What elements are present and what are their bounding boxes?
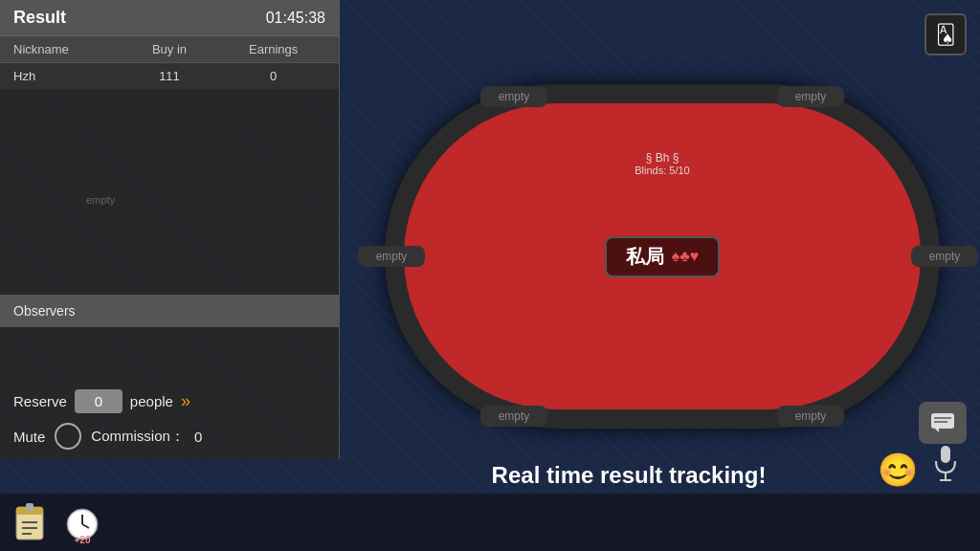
col-earnings: Earnings [221, 42, 325, 56]
reserve-input[interactable] [75, 389, 122, 413]
mic-icon[interactable] [924, 441, 967, 489]
reserve-label: Reserve [13, 393, 67, 409]
chat-icon[interactable] [919, 402, 967, 444]
table-name-cn: 私局 [626, 244, 664, 270]
people-label: people [130, 393, 173, 409]
table-column-headers: Nickname Buy in Earnings [0, 36, 339, 63]
reserve-row: Reserve people » [13, 389, 326, 413]
player-nickname: Hzh [13, 69, 118, 83]
game-info: § Bh § Blinds: 5/10 [635, 151, 689, 176]
notepad-icon[interactable] [10, 501, 52, 543]
observers-label: Observers [13, 303, 76, 319]
commission-label: Commission： [91, 428, 185, 446]
seat-top-left[interactable]: empty [480, 86, 547, 107]
player-row: Hzh 111 0 [0, 63, 339, 89]
result-timer: 01:45:38 [266, 10, 325, 27]
card-symbol: 🂡 [936, 23, 955, 46]
bottom-controls: Reserve people » Mute Commission： 0 [0, 380, 340, 459]
svg-rect-12 [26, 503, 33, 511]
seat-bot-left[interactable]: empty [480, 406, 547, 427]
card-icon[interactable]: 🂡 [924, 13, 967, 55]
svg-rect-4 [941, 446, 950, 463]
seat-bot-right[interactable]: empty [777, 406, 844, 427]
mute-toggle[interactable] [55, 423, 81, 450]
seat-top-right[interactable]: empty [777, 86, 844, 107]
col-nickname: Nickname [13, 42, 118, 56]
player-buyin: 111 [118, 69, 222, 83]
seat-mid-right[interactable]: empty [911, 246, 978, 267]
table-felt: § Bh § Blinds: 5/10 私局 ♠♣♥ empty empty e… [404, 103, 921, 409]
commission-value: 0 [194, 429, 202, 445]
svg-rect-1 [934, 417, 951, 419]
overlay-panel: Result 01:45:38 Nickname Buy in Earnings… [0, 0, 340, 459]
arrows-icon[interactable]: » [181, 391, 190, 411]
blinds-label: Blinds: 5/10 [635, 165, 689, 176]
result-header: Result 01:45:38 [0, 0, 339, 36]
svg-rect-2 [934, 421, 947, 423]
clock-icon[interactable]: +20 [61, 501, 103, 543]
result-title: Result [13, 8, 66, 28]
promo-text: Real time result tracking! [354, 462, 903, 489]
player-earnings: 0 [221, 69, 325, 83]
chat-bubble-icon [929, 411, 956, 434]
bottom-toolbar: +20 [0, 494, 980, 551]
mute-label: Mute [13, 429, 45, 445]
observers-section: Observers [0, 295, 339, 327]
col-buyin: Buy in [118, 42, 222, 56]
table-area: § Bh § Blinds: 5/10 私局 ♠♣♥ empty empty e… [354, 19, 970, 494]
game-label: § Bh § [635, 151, 689, 165]
table-label: 私局 ♠♣♥ [605, 236, 721, 277]
poker-table: § Bh § Blinds: 5/10 私局 ♠♣♥ empty empty e… [385, 84, 940, 429]
microphone-icon [932, 444, 959, 486]
table-suits-icon: ♠♣♥ [672, 248, 700, 265]
svg-marker-3 [935, 429, 939, 432]
panel-empty-top: empty [86, 194, 115, 206]
svg-text:+20: +20 [75, 535, 91, 543]
mute-row: Mute Commission： 0 [13, 423, 326, 450]
seat-mid-left[interactable]: empty [358, 246, 425, 267]
